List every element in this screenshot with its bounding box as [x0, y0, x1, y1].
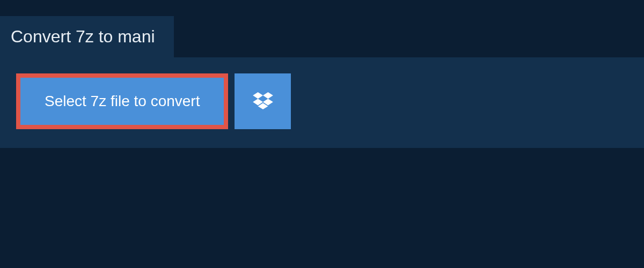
- dropbox-icon: [253, 92, 273, 111]
- page-title-tab: Convert 7z to mani: [0, 16, 174, 57]
- dropbox-upload-button[interactable]: [235, 73, 291, 129]
- select-file-button[interactable]: Select 7z file to convert: [16, 73, 228, 129]
- page-title: Convert 7z to mani: [11, 27, 155, 47]
- select-file-label: Select 7z file to convert: [45, 93, 200, 110]
- upload-panel: Select 7z file to convert: [0, 57, 644, 148]
- upload-button-row: Select 7z file to convert: [16, 73, 628, 129]
